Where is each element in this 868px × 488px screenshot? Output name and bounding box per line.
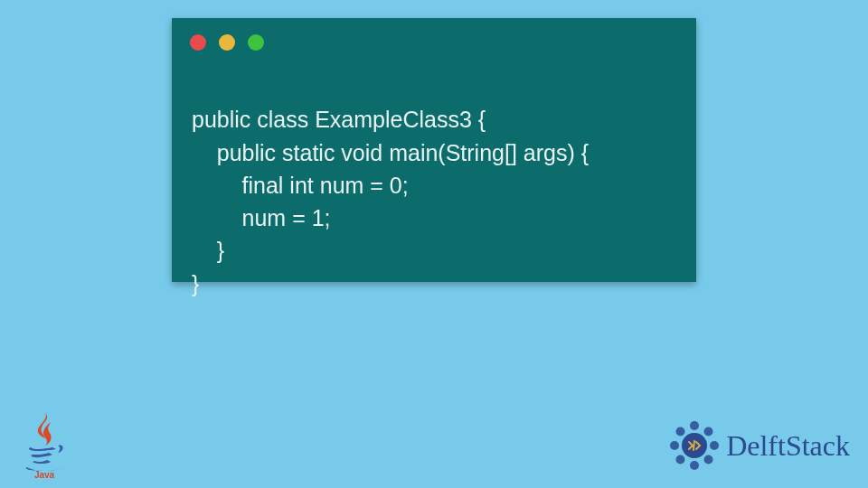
code-line: num = 1; bbox=[192, 205, 331, 230]
svg-text:Java: Java bbox=[34, 470, 55, 479]
svg-point-3 bbox=[710, 441, 719, 450]
delftstack-icon bbox=[668, 419, 721, 472]
svg-point-7 bbox=[670, 441, 679, 450]
java-logo-icon: Java bbox=[20, 411, 70, 479]
code-line: final int num = 0; bbox=[192, 173, 409, 198]
minimize-icon bbox=[219, 34, 235, 51]
svg-point-5 bbox=[690, 461, 699, 470]
code-line: public class ExampleClass3 { bbox=[192, 107, 486, 132]
svg-point-1 bbox=[690, 421, 699, 430]
svg-point-2 bbox=[704, 427, 713, 436]
delftstack-label: DelftStack bbox=[726, 429, 850, 463]
code-line: public static void main(String[] args) { bbox=[192, 140, 589, 165]
code-window: public class ExampleClass3 { public stat… bbox=[172, 18, 696, 282]
window-controls bbox=[190, 34, 264, 51]
svg-point-4 bbox=[704, 455, 713, 465]
svg-point-8 bbox=[676, 427, 685, 436]
delftstack-logo: DelftStack bbox=[668, 419, 850, 472]
maximize-icon bbox=[248, 34, 264, 51]
code-line: } bbox=[192, 271, 199, 296]
svg-point-6 bbox=[676, 455, 685, 465]
code-block: public class ExampleClass3 { public stat… bbox=[192, 70, 589, 333]
close-icon bbox=[190, 34, 206, 51]
code-line: } bbox=[192, 238, 224, 263]
